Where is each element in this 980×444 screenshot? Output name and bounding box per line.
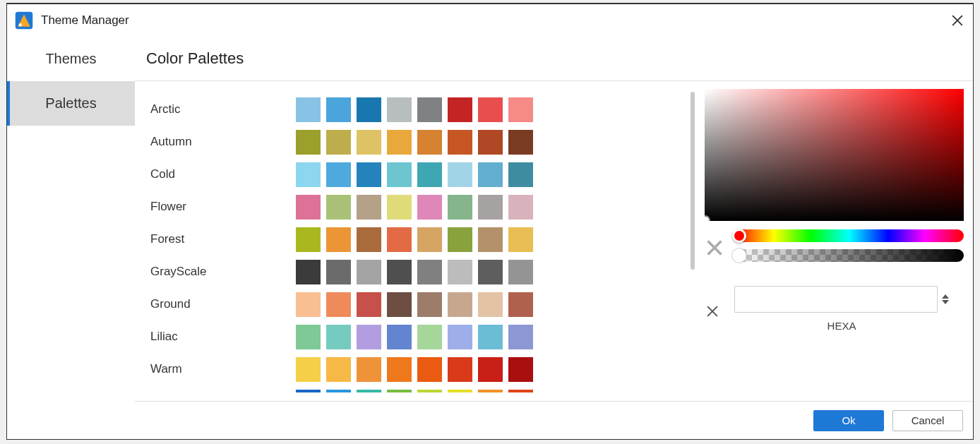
color-swatch[interactable]	[387, 292, 412, 317]
color-swatch[interactable]	[417, 97, 442, 122]
color-swatch[interactable]	[417, 195, 442, 220]
palette-row[interactable]: Cold	[150, 158, 695, 191]
color-swatch[interactable]	[357, 227, 381, 252]
palette-row[interactable]: GrayScale	[150, 256, 695, 288]
color-swatch[interactable]	[326, 162, 351, 187]
color-swatch[interactable]	[448, 390, 472, 393]
palette-row[interactable]: Autumn	[150, 126, 695, 158]
color-swatch[interactable]	[296, 292, 321, 317]
color-swatch[interactable]	[387, 357, 412, 382]
color-swatch[interactable]	[508, 97, 533, 122]
color-swatch[interactable]	[478, 130, 503, 155]
color-swatch[interactable]	[417, 227, 442, 252]
palette-row[interactable]: Ground	[150, 288, 695, 320]
color-swatch[interactable]	[326, 390, 351, 393]
color-swatch[interactable]	[508, 292, 533, 317]
palette-row[interactable]: Warm	[150, 353, 695, 385]
color-swatch[interactable]	[387, 260, 412, 284]
color-swatch[interactable]	[508, 357, 533, 382]
color-swatch[interactable]	[296, 130, 321, 155]
palette-row[interactable]: Forest	[150, 223, 695, 256]
cancel-button[interactable]: Cancel	[892, 410, 963, 431]
color-swatch[interactable]	[357, 292, 381, 317]
color-swatch[interactable]	[478, 227, 503, 252]
color-swatch[interactable]	[508, 195, 533, 220]
color-swatch[interactable]	[448, 357, 472, 382]
color-swatch[interactable]	[326, 292, 351, 317]
color-swatch[interactable]	[387, 195, 412, 220]
color-swatch[interactable]	[508, 325, 533, 349]
color-swatch[interactable]	[357, 390, 381, 393]
color-swatch[interactable]	[417, 390, 442, 393]
ok-button[interactable]: Ok	[813, 410, 884, 431]
color-swatch[interactable]	[508, 130, 533, 155]
tab-palettes[interactable]: Palettes	[7, 81, 135, 126]
color-swatch[interactable]	[448, 195, 472, 220]
color-swatch[interactable]	[417, 325, 442, 349]
color-swatch[interactable]	[296, 97, 321, 122]
color-swatch[interactable]	[296, 195, 321, 220]
format-stepper[interactable]	[942, 294, 949, 304]
color-swatch[interactable]	[296, 260, 321, 284]
picker-reset-icon[interactable]	[705, 238, 724, 258]
sv-field[interactable]	[705, 89, 964, 221]
color-swatch[interactable]	[478, 162, 503, 187]
color-swatch[interactable]	[387, 130, 412, 155]
color-swatch[interactable]	[357, 97, 381, 122]
color-swatch[interactable]	[448, 227, 472, 252]
color-swatch[interactable]	[448, 292, 472, 317]
color-swatch[interactable]	[417, 130, 442, 155]
color-swatch[interactable]	[326, 325, 351, 349]
color-swatch[interactable]	[296, 357, 321, 382]
color-swatch[interactable]	[326, 260, 351, 284]
color-swatch[interactable]	[508, 390, 533, 393]
color-swatch[interactable]	[387, 227, 412, 252]
color-swatch[interactable]	[478, 97, 503, 122]
color-swatch[interactable]	[448, 260, 472, 284]
hexa-input[interactable]	[734, 286, 938, 313]
alpha-slider[interactable]	[735, 249, 964, 262]
color-swatch[interactable]	[326, 97, 351, 122]
color-swatch[interactable]	[508, 260, 533, 284]
color-swatch[interactable]	[448, 97, 472, 122]
color-swatch[interactable]	[357, 357, 381, 382]
color-swatch[interactable]	[417, 357, 442, 382]
color-swatch[interactable]	[326, 357, 351, 382]
palette-row[interactable]: Liliac	[150, 320, 695, 353]
color-swatch[interactable]	[417, 292, 442, 317]
color-swatch[interactable]	[296, 227, 321, 252]
color-swatch[interactable]	[448, 130, 472, 155]
color-swatch[interactable]	[478, 260, 503, 284]
hue-slider[interactable]	[735, 229, 964, 242]
color-swatch[interactable]	[417, 260, 442, 284]
color-swatch[interactable]	[478, 195, 503, 220]
color-swatch[interactable]	[387, 390, 412, 393]
alpha-handle[interactable]	[732, 248, 746, 263]
color-swatch[interactable]	[478, 357, 503, 382]
color-swatch[interactable]	[387, 97, 412, 122]
color-swatch[interactable]	[296, 162, 321, 187]
palette-row[interactable]: Arctic	[150, 93, 695, 126]
color-swatch[interactable]	[357, 195, 381, 220]
color-swatch[interactable]	[357, 325, 381, 349]
color-swatch[interactable]	[508, 227, 533, 252]
color-swatch[interactable]	[296, 390, 321, 393]
color-swatch[interactable]	[387, 325, 412, 349]
color-swatch[interactable]	[448, 162, 472, 187]
color-swatch[interactable]	[387, 162, 412, 187]
color-swatch[interactable]	[326, 227, 351, 252]
color-swatch[interactable]	[296, 325, 321, 349]
tab-themes[interactable]: Themes	[7, 37, 135, 81]
palette-row[interactable]: Rainbow	[150, 385, 695, 392]
color-swatch[interactable]	[326, 130, 351, 155]
hexa-clear-icon[interactable]	[705, 304, 720, 319]
color-swatch[interactable]	[326, 195, 351, 220]
color-swatch[interactable]	[357, 130, 381, 155]
color-swatch[interactable]	[478, 325, 503, 349]
color-swatch[interactable]	[478, 390, 503, 393]
hue-handle[interactable]	[732, 229, 746, 243]
palette-row[interactable]: Flower	[150, 191, 695, 223]
color-swatch[interactable]	[478, 292, 503, 317]
color-swatch[interactable]	[417, 162, 442, 187]
sv-handle[interactable]	[705, 215, 710, 221]
